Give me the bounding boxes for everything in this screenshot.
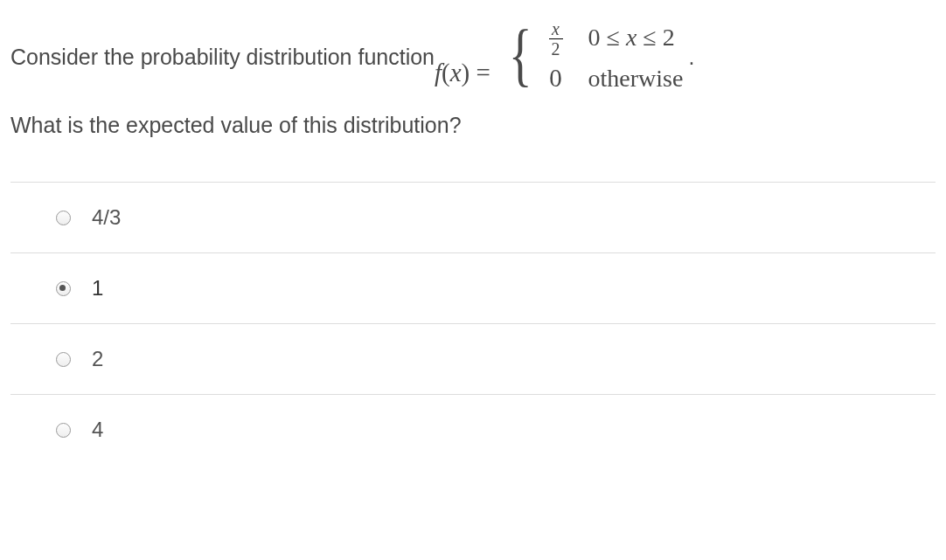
- option-label: 2: [92, 347, 103, 371]
- option-3[interactable]: 4: [10, 394, 936, 465]
- func-f: f: [435, 59, 442, 86]
- option-2[interactable]: 2: [10, 323, 936, 394]
- option-label: 1: [92, 276, 103, 301]
- case1-condition: 0 ≤ x ≤ 2: [588, 19, 675, 56]
- question-followup: What is the expected value of this distr…: [10, 113, 936, 138]
- option-1[interactable]: 1: [10, 252, 936, 323]
- sentence-period: .: [688, 41, 694, 74]
- case2-value: 0: [543, 59, 569, 98]
- math-expression: f(x) = { x 2 0 ≤ x ≤ 2 0: [435, 17, 683, 97]
- fraction-x-over-2: x 2: [549, 20, 563, 58]
- denominator: 2: [549, 38, 563, 58]
- question-intro: Consider the probability distribution fu…: [10, 41, 435, 74]
- radio-icon[interactable]: [56, 352, 71, 367]
- case-row-2: 0 otherwise: [543, 59, 684, 98]
- radio-icon[interactable]: [56, 423, 71, 438]
- radio-icon[interactable]: [56, 211, 71, 225]
- left-brace-icon: {: [509, 30, 532, 79]
- case-row-1: x 2 0 ≤ x ≤ 2: [543, 17, 684, 58]
- option-label: 4/3: [92, 205, 121, 230]
- answer-options: 4/3 1 2 4: [10, 182, 936, 465]
- radio-icon[interactable]: [56, 281, 71, 296]
- option-0[interactable]: 4/3: [10, 182, 936, 252]
- equals: =: [470, 59, 497, 86]
- question-stem: Consider the probability distribution fu…: [10, 17, 936, 97]
- option-label: 4: [92, 418, 103, 442]
- case2-condition: otherwise: [588, 60, 684, 97]
- numerator: x: [549, 20, 562, 38]
- func-x: x: [450, 59, 462, 86]
- piecewise-function: { x 2 0 ≤ x ≤ 2 0 otherwise: [504, 17, 683, 97]
